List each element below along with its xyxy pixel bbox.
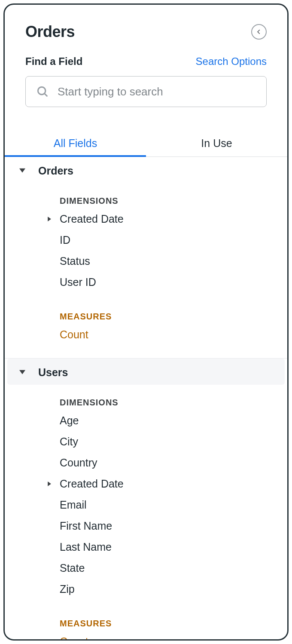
view-name: Orders — [38, 165, 73, 177]
tabs: All Fields In Use — [5, 131, 287, 157]
field-label: Country — [60, 457, 97, 469]
search-options-link[interactable]: Search Options — [196, 55, 267, 67]
svg-line-1 — [44, 93, 47, 96]
collapse-panel-button[interactable] — [251, 24, 267, 40]
view-header-users[interactable]: Users — [7, 359, 285, 385]
field-label: User ID — [60, 276, 96, 288]
field-row[interactable]: Email — [5, 494, 287, 515]
measures-label: MEASURES — [5, 293, 287, 324]
chevron-right-icon — [45, 480, 53, 488]
field-label: State — [60, 562, 85, 574]
caret-down-icon — [19, 167, 25, 175]
chevron-right-icon — [45, 215, 53, 223]
field-label: Zip — [60, 583, 75, 595]
field-label: Email — [60, 499, 87, 511]
field-label: Age — [60, 414, 79, 427]
field-row[interactable]: First Name — [5, 515, 287, 537]
field-label: Status — [60, 255, 90, 267]
field-label: First Name — [60, 520, 112, 532]
svg-marker-5 — [48, 481, 51, 486]
tab-all-fields[interactable]: All Fields — [5, 131, 146, 156]
field-row[interactable]: User ID — [5, 272, 287, 293]
search-box[interactable] — [25, 76, 267, 107]
svg-point-0 — [38, 87, 46, 95]
field-picker-panel: Orders Find a Field Search Options All F… — [3, 3, 289, 641]
dimensions-label: DIMENSIONS — [5, 183, 287, 209]
field-label: City — [60, 435, 78, 448]
field-row[interactable]: Zip — [5, 579, 287, 600]
field-row[interactable]: ID — [5, 230, 287, 251]
search-icon — [36, 85, 49, 98]
field-label: Count — [60, 328, 88, 341]
chevron-left-icon — [256, 29, 262, 35]
find-field-label: Find a Field — [25, 55, 82, 67]
field-row[interactable]: City — [5, 431, 287, 452]
dimensions-label: DIMENSIONS — [5, 385, 287, 410]
field-row[interactable]: Count — [5, 631, 287, 641]
field-row[interactable]: Age — [5, 410, 287, 431]
views-list: Orders DIMENSIONS Created Date ID Status… — [5, 157, 287, 641]
field-label: Created Date — [60, 478, 124, 490]
field-label: Count — [60, 635, 88, 641]
svg-marker-4 — [19, 370, 25, 374]
panel-title: Orders — [25, 23, 75, 41]
field-label: Last Name — [60, 541, 112, 553]
view-header-orders[interactable]: Orders — [5, 157, 287, 183]
svg-marker-2 — [19, 168, 25, 172]
measures-label: MEASURES — [5, 600, 287, 631]
field-row[interactable]: Created Date — [5, 209, 287, 230]
tab-in-use[interactable]: In Use — [146, 131, 287, 156]
svg-marker-3 — [48, 217, 51, 221]
field-row[interactable]: Status — [5, 251, 287, 272]
view-name: Users — [38, 366, 68, 379]
field-row[interactable]: Country — [5, 452, 287, 473]
field-row[interactable]: Last Name — [5, 537, 287, 558]
field-row[interactable]: State — [5, 558, 287, 579]
field-label: Created Date — [60, 213, 124, 225]
search-input[interactable] — [58, 85, 256, 98]
field-label: ID — [60, 234, 70, 246]
caret-down-icon — [19, 369, 25, 377]
field-row[interactable]: Count — [5, 324, 287, 345]
field-row[interactable]: Created Date — [5, 473, 287, 494]
